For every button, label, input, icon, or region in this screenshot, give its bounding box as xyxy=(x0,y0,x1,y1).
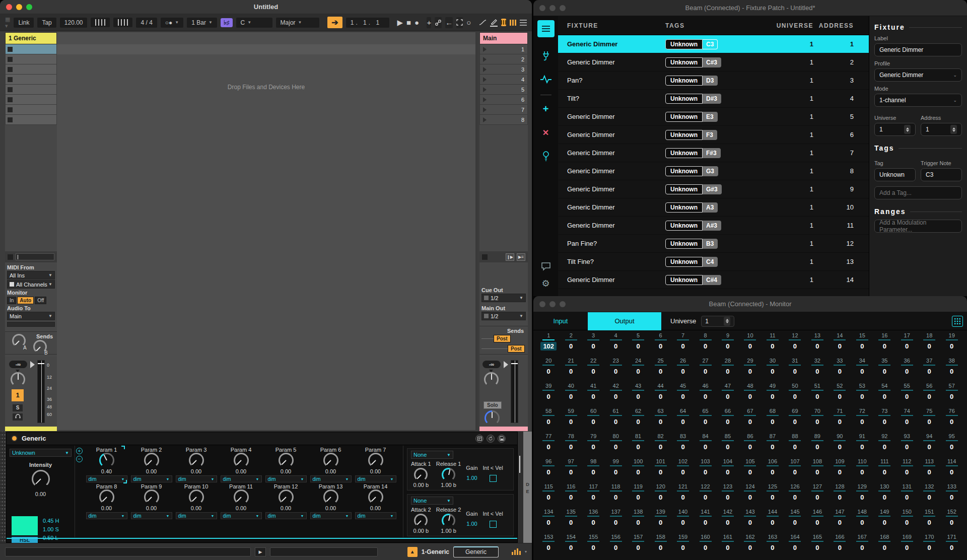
fixture-row[interactable]: Generic DimmerUnknownA#3111 xyxy=(558,217,869,235)
param-knob[interactable] xyxy=(279,453,294,468)
param-dim-select[interactable]: dim▼ xyxy=(86,512,127,519)
scene-play-icon[interactable] xyxy=(483,117,487,122)
fixture-row[interactable]: Tilt?UnknownD#314 xyxy=(558,90,869,108)
monitor-auto-button[interactable]: Auto xyxy=(17,297,34,304)
fixture-row[interactable]: Pan Fine?UnknownB3112 xyxy=(558,235,869,253)
clip-slot[interactable] xyxy=(5,64,57,75)
tag-pill[interactable]: UnknownB3 xyxy=(665,239,718,249)
param-knob[interactable] xyxy=(323,489,338,505)
profile-select[interactable]: Generic Dimmer⌄ xyxy=(874,68,962,82)
fixture-row[interactable]: Generic DimmerUnknownE315 xyxy=(558,108,869,126)
midi-from-select[interactable]: All Ins▼ xyxy=(7,271,55,279)
fader-handle[interactable] xyxy=(30,361,35,368)
param-dim-select[interactable]: dim▼ xyxy=(221,512,262,519)
param-knob[interactable] xyxy=(414,468,428,481)
scene-row[interactable]: 3 xyxy=(479,64,528,75)
track-select-icon[interactable]: ▲ xyxy=(407,547,418,557)
tag-pill[interactable]: UnknownG3 xyxy=(665,166,718,176)
save-preset-icon[interactable] xyxy=(498,435,506,443)
profile-chooser[interactable]: Unknown▼ xyxy=(10,449,72,457)
clip-slot[interactable] xyxy=(5,95,57,105)
clip-stop-button[interactable] xyxy=(8,254,13,260)
scale-mode-button[interactable]: ♭♯ xyxy=(221,18,233,27)
fixture-row[interactable]: Generic DimmerUnknownG#319 xyxy=(558,180,869,198)
loop-icon[interactable]: ○ xyxy=(466,17,471,28)
play-button[interactable]: ▶ xyxy=(397,17,403,28)
trigger-note-input[interactable]: C3 xyxy=(921,168,962,181)
options-icon[interactable]: ▦ ▾ xyxy=(5,16,10,29)
device-on-toggle[interactable] xyxy=(11,435,18,442)
nudge-up-button[interactable] xyxy=(113,18,132,27)
tab-output[interactable]: Output xyxy=(588,312,661,330)
performance-meter-icon[interactable] xyxy=(512,548,521,555)
clip-slot[interactable] xyxy=(5,105,57,115)
fade-curve-icon[interactable] xyxy=(479,17,487,28)
col-address[interactable]: ADDRESS xyxy=(813,22,854,29)
scene-play-icon[interactable] xyxy=(483,87,487,92)
clip-slot[interactable] xyxy=(5,85,57,95)
scene-row[interactable]: 1 xyxy=(479,44,528,54)
mixer-view-toggle-icon[interactable]: ▶≡ xyxy=(517,253,525,261)
io-view-toggle-icon[interactable]: ❙▶ xyxy=(506,253,514,261)
tag-pill[interactable]: UnknownD3 xyxy=(665,76,718,86)
post-b-button[interactable]: Post xyxy=(508,345,525,353)
param-knob[interactable] xyxy=(442,514,455,527)
param-dim-select[interactable]: dim▼ xyxy=(131,512,172,519)
fixture-row[interactable]: Generic DimmerUnknownC311 xyxy=(558,35,869,53)
param-dim-select[interactable]: dim▼ xyxy=(355,475,396,482)
clip-slot[interactable] xyxy=(5,54,57,64)
main-pan-knob[interactable] xyxy=(484,372,499,387)
universe-stepper[interactable]: 1 xyxy=(874,123,916,136)
param-knob[interactable] xyxy=(189,489,204,505)
cue-out-select[interactable]: 1/2▼ xyxy=(481,294,526,302)
clip-slot[interactable] xyxy=(5,115,57,125)
track-header[interactable]: 1 Generic xyxy=(5,32,57,44)
connections-plug-icon[interactable] xyxy=(540,50,551,61)
capture-midi-icon[interactable] xyxy=(456,17,463,28)
main-volume-field[interactable]: -∞ xyxy=(482,361,501,368)
highlight-bulb-icon[interactable] xyxy=(541,151,550,162)
io-meters-icon[interactable] xyxy=(510,20,516,26)
add-fixture-icon[interactable]: + xyxy=(543,103,549,115)
param-dim-select[interactable]: dim▼ xyxy=(131,475,172,482)
scene-play-icon[interactable] xyxy=(483,97,487,102)
scene-play-icon[interactable] xyxy=(483,77,487,82)
scene-row[interactable]: 5 xyxy=(479,85,528,95)
param-dim-select[interactable]: dim▼ xyxy=(221,475,262,482)
tag-pill[interactable]: UnknownC#4 xyxy=(665,275,721,285)
post-a-button[interactable]: Post xyxy=(494,335,511,342)
fixture-row[interactable]: Generic DimmerUnknownF#317 xyxy=(558,144,869,162)
insert-marker-icon[interactable]: + xyxy=(427,17,431,28)
add-tag-input[interactable]: Add a Tag... xyxy=(874,186,962,199)
param-knob[interactable] xyxy=(144,453,159,468)
time-signature-field[interactable]: 4 / 4 xyxy=(136,18,157,28)
fixture-row[interactable]: Pan?UnknownD313 xyxy=(558,72,869,90)
patch-list-icon[interactable] xyxy=(537,20,555,37)
env-target-select[interactable]: None▼ xyxy=(411,451,453,459)
automation-arm-icon[interactable] xyxy=(435,17,442,28)
device-scrollbar[interactable] xyxy=(519,456,520,473)
show-editor-icon[interactable] xyxy=(475,435,484,443)
param-knob[interactable] xyxy=(99,489,114,505)
arrangement-position[interactable]: 1. 1. 1 xyxy=(346,18,389,28)
meter-caret-icon[interactable]: ▾ xyxy=(525,549,527,554)
main-out-select[interactable]: 1/2▼ xyxy=(481,312,526,320)
grid-view-icon[interactable] xyxy=(952,316,963,327)
saturation-value[interactable]: 1.00 S xyxy=(43,526,59,532)
tap-tempo-button[interactable]: Tap xyxy=(37,18,56,28)
tempo-field[interactable]: 120.00 xyxy=(60,18,88,28)
param-knob[interactable] xyxy=(323,453,338,468)
cue-volume-knob[interactable] xyxy=(485,410,500,426)
param-knob[interactable] xyxy=(368,453,383,468)
menu-icon[interactable] xyxy=(520,20,527,26)
metronome-button[interactable]: ○●▼ xyxy=(161,18,183,28)
param-knob[interactable] xyxy=(189,453,204,468)
device-drag-strip[interactable] xyxy=(0,432,6,543)
scene-play-icon[interactable] xyxy=(483,67,487,72)
scene-row[interactable]: 7 xyxy=(479,105,528,115)
scale-name-menu[interactable]: Major▼ xyxy=(276,18,319,28)
param-dim-select[interactable]: dim▼ xyxy=(176,475,217,482)
link-button[interactable]: Link xyxy=(14,18,34,28)
tag-pill[interactable]: UnknownG#3 xyxy=(665,184,722,194)
monitor-off-button[interactable]: Off xyxy=(35,297,46,304)
